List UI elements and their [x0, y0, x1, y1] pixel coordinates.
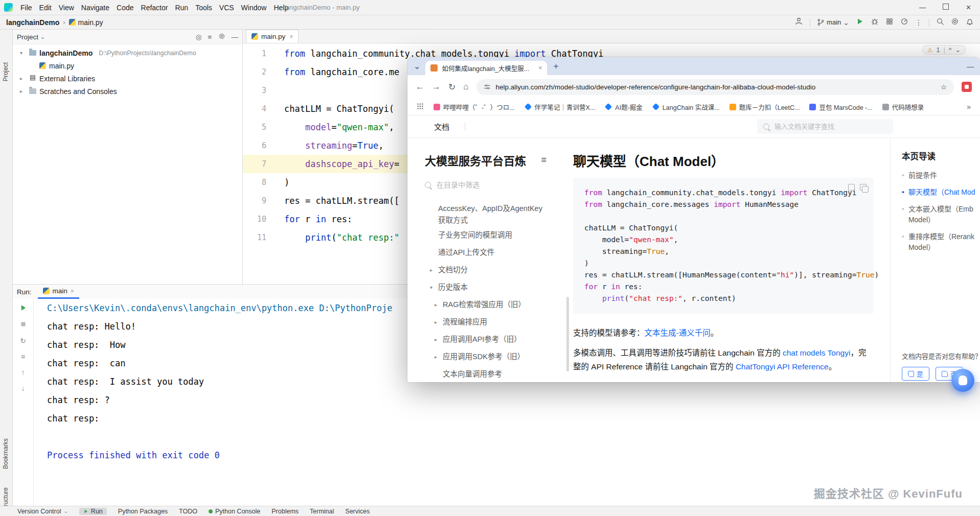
copy-code-icon[interactable]: [860, 184, 867, 191]
caret-right-icon[interactable]: ▸: [430, 264, 438, 276]
breadcrumb-project[interactable]: langchainDemo: [6, 18, 59, 27]
doc-link[interactable]: 文本生成-通义千问: [645, 329, 711, 337]
menu-item-code[interactable]: Code: [113, 4, 137, 12]
close-icon[interactable]: ×: [957, 3, 980, 12]
stripe-bookmarks-label[interactable]: Bookmarks: [2, 438, 9, 469]
stripe-project-label[interactable]: Project: [2, 62, 9, 81]
doc-link[interactable]: chat models Tongyi: [783, 348, 850, 357]
doc-link[interactable]: ChatTongyi API Reference: [736, 362, 829, 371]
settings-gear-icon[interactable]: [951, 17, 959, 28]
restart-icon[interactable]: ↻: [20, 337, 26, 345]
caret-down-icon[interactable]: ▾: [20, 50, 26, 56]
sidebar-menu-item[interactable]: ▸RAG检索增强应用（旧）: [425, 296, 570, 313]
caret-right-icon[interactable]: ▸: [20, 76, 26, 81]
new-tab-icon[interactable]: +: [553, 61, 558, 72]
tree-row-external-libraries[interactable]: ▸ External Libraries: [13, 72, 242, 85]
menu-item-navigate[interactable]: Navigate: [78, 4, 113, 12]
sidebar-menu-item[interactable]: 通过API上传文件: [425, 244, 570, 261]
statusbar-todo[interactable]: TODO: [179, 508, 197, 515]
git-branch-selector[interactable]: main ⌄: [817, 18, 849, 27]
menu-item-run[interactable]: Run: [171, 4, 192, 12]
sidebar-menu-item[interactable]: ▾历史版本: [425, 278, 570, 296]
menu-item-edit[interactable]: Edit: [36, 4, 55, 12]
apps-grid-icon[interactable]: [417, 103, 424, 111]
notifications-bell-icon[interactable]: [966, 17, 974, 28]
reload-icon[interactable]: ↻: [448, 82, 455, 92]
sidebar-menu-item[interactable]: 文本向量调用参考: [425, 365, 570, 382]
bookmark-item[interactable]: 哔哩哔哩（゜-゜）つロ...: [434, 102, 515, 112]
coverage-button[interactable]: [885, 17, 894, 28]
statusbar-version-control[interactable]: Version Control ⌄: [17, 508, 68, 515]
menu-item-file[interactable]: File: [17, 4, 36, 12]
toc-item[interactable]: •聊天模型（Chat Mod: [902, 187, 980, 198]
hide-panel-icon[interactable]: —: [232, 33, 239, 41]
bookmark-item[interactable]: LangChain 实战课...: [652, 102, 720, 112]
assistant-fab[interactable]: [951, 369, 974, 392]
tab-close-icon[interactable]: ×: [538, 64, 542, 72]
scroll-up-icon[interactable]: ↑: [21, 368, 25, 377]
bookmark-star-icon[interactable]: ☆: [941, 83, 947, 91]
profiler-button[interactable]: [900, 17, 908, 28]
settings-list-icon[interactable]: ≡: [21, 353, 25, 361]
bookmark-item[interactable]: AI题-掘金: [605, 102, 642, 112]
bookmarks-overflow-icon[interactable]: »: [967, 103, 971, 111]
menu-item-refactor[interactable]: Refactor: [138, 4, 172, 12]
editor-tab-mainpy[interactable]: main.py ×: [246, 30, 299, 43]
sidebar-menu-item[interactable]: 子业务空间的模型调用: [425, 226, 570, 244]
doc-search-box[interactable]: [757, 119, 893, 134]
extension-icon[interactable]: [962, 82, 972, 92]
project-panel-title[interactable]: Project: [17, 33, 38, 41]
run-tab-main[interactable]: main ×: [38, 285, 79, 299]
caret-right-icon[interactable]: ▸: [435, 316, 443, 328]
tab-search-chevron-icon[interactable]: ⌄: [414, 61, 420, 71]
sidebar-menu-item[interactable]: ▸流程编排应用: [425, 313, 570, 331]
home-icon[interactable]: ⌂: [463, 82, 468, 92]
toc-item[interactable]: •前提条件: [902, 170, 980, 181]
doc-nav-item[interactable]: 文档: [434, 121, 449, 132]
caret-right-icon[interactable]: ▸: [435, 334, 443, 345]
tree-row-scratches[interactable]: ▸ Scratches and Consoles: [13, 85, 242, 98]
sidebar-menu-item[interactable]: ▸应用调用API参考（旧）: [425, 331, 570, 348]
menu-item-view[interactable]: View: [55, 4, 78, 12]
bookmark-item[interactable]: 豆包 MarsCode -...: [809, 102, 872, 112]
locate-file-icon[interactable]: ◎: [196, 33, 202, 41]
tab-close-icon[interactable]: ×: [71, 288, 74, 295]
caret-down-icon[interactable]: ▾: [430, 282, 438, 293]
breadcrumb-file[interactable]: main.py: [69, 18, 103, 27]
minimize-icon[interactable]: —: [911, 4, 934, 11]
bookmark-item[interactable]: 代码随想录: [882, 102, 924, 112]
sidebar-menu-item[interactable]: ▸应用调用SDK参考（旧）: [425, 348, 570, 365]
edit-code-icon[interactable]: [848, 184, 855, 191]
sidebar-filter[interactable]: [425, 180, 570, 190]
address-bar[interactable]: help.aliyun.com/zh/model-studio/develope…: [476, 79, 954, 95]
sidebar-menu-item[interactable]: AccessKey、AppID及AgentKey获取方式: [425, 203, 570, 226]
sidebar-filter-input[interactable]: [436, 180, 525, 190]
chevron-down-icon[interactable]: ⌄: [40, 34, 45, 40]
statusbar-problems[interactable]: Problems: [271, 508, 299, 515]
collaborate-icon[interactable]: [794, 17, 803, 28]
more-icon[interactable]: ⋮: [915, 18, 922, 27]
browser-minimize-icon[interactable]: —: [967, 62, 974, 71]
menu-item-window[interactable]: Window: [238, 4, 270, 12]
maximize-icon[interactable]: [934, 4, 957, 11]
toc-item[interactable]: •重排序模型（RerankModel）: [902, 231, 980, 253]
doc-search-input[interactable]: [773, 122, 887, 131]
feedback-yes-button[interactable]: 是: [902, 367, 929, 381]
tab-close-icon[interactable]: ×: [289, 33, 293, 40]
sidebar-scrollbar[interactable]: [566, 297, 569, 371]
tree-row-mainpy[interactable]: main.py: [13, 59, 242, 72]
toc-item[interactable]: •文本嵌入模型（EmbModel）: [902, 204, 980, 225]
panel-settings-gear-icon[interactable]: [218, 33, 225, 41]
search-everywhere-icon[interactable]: [936, 17, 944, 28]
stop-icon[interactable]: [20, 321, 27, 329]
caret-right-icon[interactable]: ▸: [435, 351, 443, 363]
statusbar-terminal[interactable]: Terminal: [310, 508, 334, 515]
rerun-icon[interactable]: [19, 304, 27, 313]
statusbar-run[interactable]: Run: [79, 508, 107, 515]
debug-button[interactable]: [871, 17, 879, 28]
caret-right-icon[interactable]: ▸: [435, 299, 443, 311]
run-button[interactable]: [856, 17, 864, 28]
menu-item-vcs[interactable]: VCS: [216, 4, 238, 12]
statusbar-python-console[interactable]: Python Console: [209, 508, 260, 515]
back-icon[interactable]: ←: [416, 82, 424, 92]
